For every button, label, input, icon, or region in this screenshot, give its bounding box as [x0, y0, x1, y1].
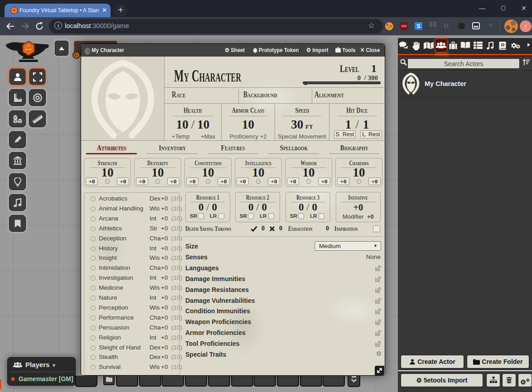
svg-text:20: 20	[27, 46, 30, 49]
